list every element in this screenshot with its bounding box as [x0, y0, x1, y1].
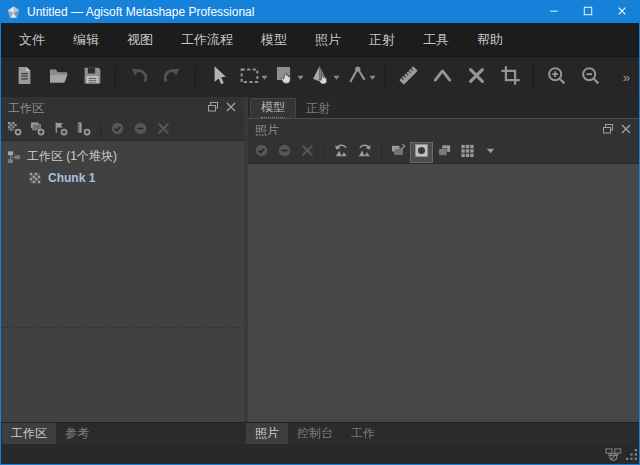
draw-point-button[interactable]: [344, 61, 379, 93]
dock-tab-工作区[interactable]: 工作区: [2, 423, 56, 444]
toolbar-overflow-button[interactable]: »: [621, 70, 632, 85]
menu-item[interactable]: 正射: [355, 31, 409, 49]
maximize-icon: [583, 5, 593, 19]
image-view-button[interactable]: [411, 143, 432, 162]
add-marker-button[interactable]: [50, 120, 71, 139]
menu-item[interactable]: 工作流程: [167, 31, 247, 49]
filter-photos-icon: [391, 143, 406, 161]
tree-item-label: Chunk 1: [48, 171, 95, 185]
add-marker-icon: [53, 121, 68, 139]
select-arrow-button[interactable]: [202, 61, 235, 93]
draw-point-icon: [347, 65, 368, 89]
remove-icon: [300, 143, 315, 161]
resize-grip-icon[interactable]: [625, 448, 638, 461]
workspace-toolbar: [1, 119, 244, 141]
dock-tab-控制台[interactable]: 控制台: [288, 423, 342, 444]
toolbar-separator: [195, 65, 196, 89]
title-bar: Untitled — Agisoft Metashape Professiona…: [1, 1, 639, 23]
filter-photos-button[interactable]: [388, 143, 409, 162]
minimize-icon: [549, 5, 559, 19]
navigation-button[interactable]: [272, 61, 307, 93]
minimize-button[interactable]: [537, 1, 571, 23]
zoom-out-button[interactable]: [574, 61, 607, 93]
thumbnails-view-button[interactable]: [434, 143, 455, 162]
ruler-icon: [398, 65, 419, 89]
float-panel-button[interactable]: [207, 101, 219, 116]
window-controls: [537, 1, 639, 23]
crop-button[interactable]: [494, 61, 527, 93]
network-status-icon[interactable]: [605, 448, 622, 461]
caret-down-button[interactable]: [480, 143, 501, 162]
photos-panel-header: 照片: [248, 119, 639, 141]
menu-item[interactable]: 照片: [301, 31, 355, 49]
maximize-button[interactable]: [571, 1, 605, 23]
workspace-tree-icon: [7, 150, 21, 164]
grid-view-button[interactable]: [457, 143, 478, 162]
zoom-in-icon: [546, 65, 567, 89]
delete-button[interactable]: [460, 61, 493, 93]
float-panel-icon: [207, 101, 219, 116]
lower-dock-area: [1, 330, 244, 422]
remove-icon: [156, 121, 171, 139]
float-panel-button[interactable]: [602, 123, 614, 138]
undo-button: [122, 61, 155, 93]
image-view-icon: [414, 143, 429, 161]
close-button[interactable]: [605, 1, 639, 23]
rotate-object-icon: [311, 65, 332, 89]
new-document-icon: [14, 65, 35, 89]
rotate-left-button[interactable]: [331, 143, 352, 162]
open-folder-button[interactable]: [42, 61, 75, 93]
menu-item[interactable]: 视图: [113, 31, 167, 49]
zoom-out-icon: [580, 65, 601, 89]
save-button[interactable]: [76, 61, 109, 93]
tree-item[interactable]: Chunk 1: [1, 167, 244, 188]
close-button[interactable]: [225, 101, 237, 116]
photos-content: [248, 164, 639, 422]
enable-icon: [254, 143, 269, 161]
dock-tab-参考[interactable]: 参考: [56, 423, 98, 444]
photos-panel-buttons: [602, 123, 632, 138]
menu-item[interactable]: 文件: [5, 31, 59, 49]
workspace-panel-header: 工作区: [1, 97, 244, 119]
menu-item[interactable]: 帮助: [463, 31, 517, 49]
undo-icon: [128, 65, 149, 89]
view-tab-label: 正射: [306, 100, 330, 117]
disable-button: [130, 120, 151, 139]
view-tab-bar: 模型正射: [248, 97, 639, 119]
photos-panel: 照片: [248, 119, 639, 422]
remove-button: [153, 120, 174, 139]
zoom-in-button[interactable]: [540, 61, 573, 93]
toolbar-separator: [324, 145, 325, 159]
toolbar-separator: [381, 145, 382, 159]
menu-bar: 文件编辑视图工作流程模型照片正射工具帮助: [1, 23, 639, 57]
workspace-panel: 工作区 工作区 (1个堆块)Chunk 1: [1, 97, 244, 422]
rotate-left-icon: [334, 143, 349, 161]
new-document-button[interactable]: [8, 61, 41, 93]
dock-tab-照片[interactable]: 照片: [246, 423, 288, 444]
toolbar-separator: [115, 65, 116, 89]
bottom-tabs-left: 工作区参考: [1, 423, 246, 444]
rotate-right-button[interactable]: [354, 143, 375, 162]
dropdown-caret-icon: [333, 74, 340, 81]
delete-icon: [466, 65, 487, 89]
add-photos-button[interactable]: [27, 120, 48, 139]
menu-item[interactable]: 编辑: [59, 31, 113, 49]
dropdown-caret-icon: [369, 74, 376, 81]
rectangle-selection-button[interactable]: [236, 61, 271, 93]
menu-item[interactable]: 模型: [247, 31, 301, 49]
dock-tab-工作[interactable]: 工作: [342, 423, 384, 444]
application-window: Untitled — Agisoft Metashape Professiona…: [0, 0, 640, 465]
add-chunk-button[interactable]: [4, 120, 25, 139]
menu-item[interactable]: 工具: [409, 31, 463, 49]
view-tab-模型[interactable]: 模型: [250, 98, 296, 118]
add-scalebar-button[interactable]: [73, 120, 94, 139]
tree-item[interactable]: 工作区 (1个堆块): [1, 146, 244, 167]
angle-button[interactable]: [426, 61, 459, 93]
close-button[interactable]: [620, 123, 632, 138]
workspace-panel-title: 工作区: [8, 100, 44, 117]
rotate-object-button[interactable]: [308, 61, 343, 93]
add-photos-icon: [30, 121, 45, 139]
toolbar-separator: [100, 123, 101, 137]
view-tab-正射[interactable]: 正射: [296, 98, 340, 118]
ruler-button[interactable]: [392, 61, 425, 93]
